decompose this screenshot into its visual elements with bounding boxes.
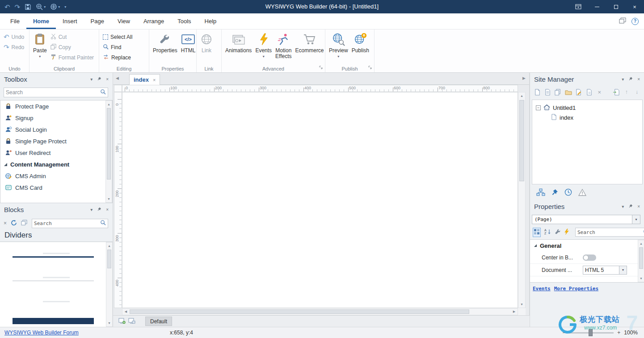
zoom-out-icon[interactable]: − <box>562 330 565 336</box>
import-page-icon[interactable] <box>612 88 619 96</box>
maximize-button[interactable] <box>606 0 625 13</box>
toolbox-item-signup[interactable]: Signup <box>0 112 112 124</box>
html-button[interactable]: </> HTML <box>179 31 198 65</box>
link-button[interactable]: Link <box>198 31 215 65</box>
scrollbar-thumb[interactable] <box>107 108 111 179</box>
properties-search-input[interactable] <box>577 230 643 235</box>
new-folder-icon[interactable] <box>565 88 572 96</box>
document-type-combobox[interactable]: HTML 5 ▾ <box>583 266 627 275</box>
pin-icon[interactable] <box>97 207 101 213</box>
toolbox-search-input[interactable] <box>6 89 100 96</box>
toolbox-scrollbar[interactable]: ▲ ▼ <box>105 100 112 203</box>
tab-view[interactable]: View <box>111 13 137 29</box>
center-in-browser-toggle[interactable] <box>583 255 596 261</box>
rename-page-icon[interactable] <box>575 88 582 96</box>
scroll-down-icon[interactable]: ▼ <box>106 320 112 326</box>
copy-page-icon[interactable] <box>585 88 593 96</box>
scrollbar-thumb[interactable] <box>107 250 111 268</box>
delete-page-icon[interactable]: × <box>596 88 603 96</box>
scroll-up-icon[interactable]: ▲ <box>106 101 112 108</box>
toolbox-item-cms-admin[interactable]: CMS Admin <box>0 170 112 182</box>
ecommerce-button[interactable]: Ecommerce <box>294 31 326 65</box>
pin-icon[interactable] <box>628 76 633 82</box>
scrollbar-thumb[interactable] <box>130 309 469 314</box>
scroll-up-icon[interactable]: ▲ <box>518 92 525 99</box>
forum-link[interactable]: WYSIWYG Web Builder Forum <box>4 330 79 336</box>
document-tab-index[interactable]: index × <box>129 74 160 85</box>
zoom-slider-thumb[interactable] <box>589 329 593 336</box>
refresh-icon[interactable] <box>11 220 17 227</box>
events-filter-icon[interactable] <box>564 229 569 236</box>
categorized-view-icon[interactable] <box>533 228 541 237</box>
pin-icon[interactable] <box>628 204 633 209</box>
clone-page-icon[interactable] <box>554 88 561 96</box>
close-panel-icon[interactable]: × <box>106 77 109 82</box>
help-icon[interactable]: ? <box>631 18 639 25</box>
site-tree-root[interactable]: − Untitled1 <box>532 103 642 113</box>
scroll-right-icon[interactable]: ▶ <box>511 309 518 315</box>
panel-menu-icon[interactable]: ▾ <box>90 207 93 212</box>
more-properties-link[interactable]: More Properties <box>554 286 598 292</box>
preview-in-browser-icon[interactable]: ▾ <box>36 3 46 10</box>
canvas-vertical-scrollbar[interactable]: ▲ ▼ <box>518 92 526 308</box>
cut-button[interactable]: Cut <box>49 32 96 42</box>
panel-menu-icon[interactable]: ▾ <box>622 77 624 82</box>
paste-button[interactable]: Paste ▾ <box>31 31 49 65</box>
canvas-horizontal-scrollbar[interactable]: ◀ ▶ <box>122 308 518 315</box>
scroll-up-icon[interactable]: ▲ <box>638 240 644 247</box>
page-properties-icon[interactable] <box>544 88 551 96</box>
blocks-search-input[interactable] <box>34 221 100 226</box>
sitemap-icon[interactable] <box>536 188 545 198</box>
properties-scrollbar[interactable]: ▲ ▼ <box>638 240 644 282</box>
redo-button[interactable]: ↷ Redo <box>2 42 26 52</box>
clock-icon[interactable] <box>564 188 572 197</box>
blocks-scrollbar[interactable]: ▲ ▼ <box>106 242 113 327</box>
toolbox-item-single-page-protect[interactable]: Single Page Protect <box>0 135 112 147</box>
tab-insert[interactable]: Insert <box>56 13 84 29</box>
dialog-launcher-icon[interactable] <box>368 65 372 71</box>
add-breakpoint-icon[interactable] <box>118 317 126 325</box>
clear-filter-icon[interactable]: × <box>4 220 7 226</box>
dialog-launcher-icon[interactable] <box>319 65 323 71</box>
tab-scroll-right-icon[interactable]: ▶ <box>522 76 526 80</box>
page-canvas[interactable] <box>122 92 518 308</box>
warning-icon[interactable] <box>578 189 586 197</box>
copy-button[interactable]: Copy <box>49 42 96 52</box>
panel-menu-icon[interactable]: ▾ <box>90 77 93 82</box>
preview-button[interactable]: Preview ▾ <box>327 31 350 65</box>
manage-breakpoints-icon[interactable] <box>128 317 135 325</box>
close-panel-icon[interactable]: × <box>637 77 640 82</box>
select-all-button[interactable]: Select All <box>101 32 134 42</box>
toolbox-item-social-login[interactable]: Social Login <box>0 124 112 135</box>
advanced-properties-icon[interactable] <box>555 229 561 236</box>
properties-search[interactable] <box>575 228 644 237</box>
object-selector[interactable]: (Page) ▾ <box>532 215 640 224</box>
pin-icon[interactable] <box>97 76 101 82</box>
format-painter-button[interactable]: Format Painter <box>49 53 96 62</box>
tab-arrange[interactable]: Arrange <box>137 13 171 29</box>
blocks-search[interactable] <box>32 219 108 228</box>
toolbox-item-protect-page[interactable]: Protect Page <box>0 100 112 112</box>
close-button[interactable]: × <box>625 0 644 13</box>
tab-tools[interactable]: Tools <box>171 13 198 29</box>
toolbox-search[interactable] <box>4 88 108 97</box>
tab-home[interactable]: Home <box>26 13 56 29</box>
toolbox-item-user-redirect[interactable]: User Redirect <box>0 147 112 159</box>
zoom-in-icon[interactable]: + <box>617 330 620 336</box>
toolbox-item-cms-card[interactable]: CMS Card <box>0 182 112 193</box>
pushpin-icon[interactable] <box>551 189 558 197</box>
tab-help[interactable]: Help <box>198 13 223 29</box>
scrollbar-thumb[interactable] <box>519 100 524 181</box>
motion-effects-button[interactable]: Motion Effects <box>274 31 293 65</box>
scroll-up-icon[interactable]: ▲ <box>106 242 112 249</box>
publish-icon[interactable]: ▾ <box>50 3 60 10</box>
block-folder-icon[interactable] <box>21 220 28 227</box>
scroll-down-icon[interactable]: ▼ <box>638 275 644 282</box>
scroll-left-icon[interactable]: ◀ <box>122 309 129 315</box>
replace-button[interactable]: Replace <box>101 53 134 62</box>
panel-menu-icon[interactable]: ▾ <box>622 204 624 209</box>
alphabetical-sort-icon[interactable]: AZ <box>544 229 551 236</box>
scroll-down-icon[interactable]: ▼ <box>518 301 525 308</box>
animations-button[interactable]: Animations <box>223 31 253 65</box>
zoom-slider[interactable] <box>569 332 614 334</box>
